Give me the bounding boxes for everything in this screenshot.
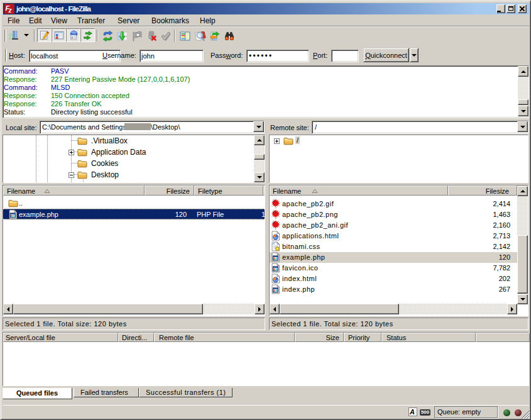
svg-text:z: z	[8, 7, 12, 14]
